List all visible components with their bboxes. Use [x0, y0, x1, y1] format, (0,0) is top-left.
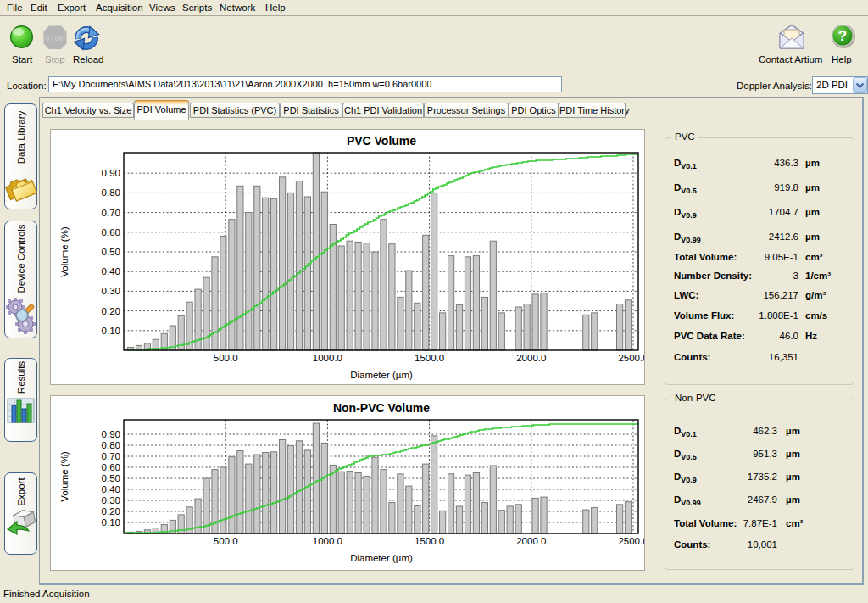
svg-text:0.70: 0.70 [102, 208, 120, 218]
svg-text:0.40: 0.40 [102, 484, 120, 494]
svg-text:500.0: 500.0 [214, 536, 238, 546]
svg-text:0.90: 0.90 [102, 168, 120, 178]
svg-text:PVC Volume: PVC Volume [347, 134, 416, 148]
svg-text:Diameter (µm): Diameter (µm) [350, 370, 413, 380]
svg-text:1500.0: 1500.0 [415, 536, 444, 546]
svg-text:0.20: 0.20 [102, 306, 120, 316]
svg-text:2500.0: 2500.0 [618, 536, 644, 546]
svg-text:1000.0: 1000.0 [313, 536, 342, 546]
svg-text:Diameter (µm): Diameter (µm) [350, 553, 413, 563]
svg-text:0.20: 0.20 [102, 506, 120, 516]
svg-text:0.80: 0.80 [102, 187, 120, 198]
svg-text:1000.0: 1000.0 [313, 353, 342, 363]
svg-text:0.60: 0.60 [102, 462, 120, 472]
svg-text:0.40: 0.40 [102, 266, 120, 276]
svg-text:0.10: 0.10 [102, 517, 120, 528]
svg-text:0.70: 0.70 [102, 451, 120, 461]
svg-text:Volume (%): Volume (%) [59, 451, 70, 502]
svg-text:0.90: 0.90 [102, 429, 120, 439]
svg-text:0.30: 0.30 [102, 286, 120, 296]
svg-text:2500.0: 2500.0 [618, 353, 644, 363]
svg-text:0.10: 0.10 [102, 326, 120, 336]
svg-text:Non-PVC Volume: Non-PVC Volume [333, 401, 430, 415]
svg-text:0.80: 0.80 [102, 440, 120, 450]
svg-text:500.0: 500.0 [214, 353, 238, 363]
svg-text:0.50: 0.50 [102, 247, 120, 257]
svg-text:2000.0: 2000.0 [516, 536, 546, 546]
svg-text:0.30: 0.30 [102, 495, 120, 505]
svg-text:2000.0: 2000.0 [516, 353, 546, 363]
svg-text:STOP: STOP [45, 34, 65, 42]
svg-text:Volume (%): Volume (%) [59, 226, 70, 277]
svg-text:?: ? [838, 28, 847, 44]
svg-text:0.50: 0.50 [102, 473, 120, 483]
svg-text:1500.0: 1500.0 [415, 353, 444, 363]
svg-text:0.60: 0.60 [102, 227, 120, 237]
